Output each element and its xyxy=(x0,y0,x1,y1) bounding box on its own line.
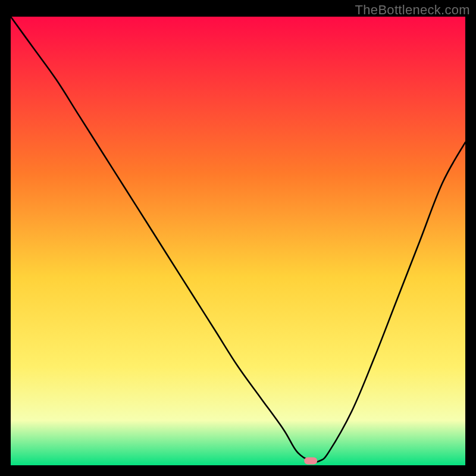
plot-area xyxy=(11,17,465,465)
watermark-label: TheBottleneck.com xyxy=(355,2,470,18)
chart-container: TheBottleneck.com xyxy=(0,0,476,476)
optimal-marker xyxy=(304,458,317,465)
bottleneck-chart xyxy=(11,17,465,465)
gradient-background xyxy=(11,17,465,465)
